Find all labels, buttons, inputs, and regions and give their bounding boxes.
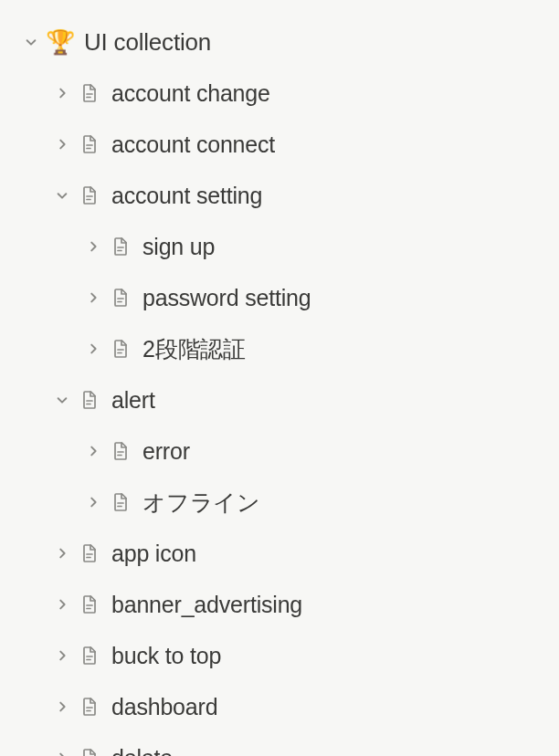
page-icon bbox=[77, 387, 102, 413]
tree-item[interactable]: 2段階認証 bbox=[0, 323, 559, 374]
chevron-right-icon[interactable] bbox=[84, 237, 102, 256]
tree-item[interactable]: account change bbox=[0, 68, 559, 119]
trophy-icon: 🏆 bbox=[46, 30, 75, 54]
tree-item-label: dashboard bbox=[111, 694, 217, 720]
page-tree: 🏆 UI collection account changeaccount co… bbox=[0, 0, 559, 756]
chevron-right-icon[interactable] bbox=[84, 493, 102, 511]
tree-item-label: buck to top bbox=[111, 643, 221, 669]
page-icon bbox=[108, 285, 133, 310]
tree-item[interactable]: account setting bbox=[0, 170, 559, 221]
chevron-right-icon[interactable] bbox=[53, 749, 71, 756]
chevron-down-icon[interactable] bbox=[53, 391, 71, 409]
chevron-right-icon[interactable] bbox=[53, 646, 71, 665]
tree-item[interactable]: error bbox=[0, 425, 559, 477]
page-icon bbox=[77, 541, 102, 566]
page-icon bbox=[77, 592, 102, 617]
tree-item[interactable]: buck to top bbox=[0, 630, 559, 681]
page-icon bbox=[77, 694, 102, 719]
tree-item[interactable]: app icon bbox=[0, 528, 559, 579]
tree-item[interactable]: password setting bbox=[0, 272, 559, 323]
tree-item[interactable]: banner_advertising bbox=[0, 579, 559, 630]
chevron-right-icon[interactable] bbox=[84, 289, 102, 307]
page-icon bbox=[108, 438, 133, 464]
page-icon bbox=[77, 643, 102, 668]
tree-item-label: password setting bbox=[142, 285, 311, 311]
tree-item[interactable]: account connect bbox=[0, 119, 559, 170]
tree-item-label: sign up bbox=[142, 234, 215, 260]
page-icon bbox=[108, 234, 133, 259]
tree-item[interactable]: オフライン bbox=[0, 477, 559, 528]
chevron-right-icon[interactable] bbox=[84, 442, 102, 460]
tree-item-label: app icon bbox=[111, 541, 196, 567]
chevron-down-icon[interactable] bbox=[53, 186, 71, 205]
tree-item-label: account change bbox=[111, 80, 270, 107]
chevron-right-icon[interactable] bbox=[53, 135, 71, 153]
page-icon bbox=[77, 745, 102, 756]
chevron-right-icon[interactable] bbox=[53, 698, 71, 716]
tree-item[interactable]: dashboard bbox=[0, 681, 559, 732]
chevron-right-icon[interactable] bbox=[53, 84, 71, 102]
chevron-down-icon[interactable] bbox=[22, 33, 40, 51]
tree-item-root[interactable]: 🏆 UI collection bbox=[0, 16, 559, 68]
tree-item-label: account setting bbox=[111, 183, 262, 209]
tree-item[interactable]: delete bbox=[0, 732, 559, 756]
chevron-right-icon[interactable] bbox=[53, 544, 71, 562]
page-icon bbox=[108, 336, 133, 362]
chevron-right-icon[interactable] bbox=[53, 595, 71, 614]
page-icon bbox=[108, 489, 133, 515]
tree-item-label: alert bbox=[111, 387, 155, 414]
chevron-right-icon[interactable] bbox=[84, 340, 102, 358]
page-icon bbox=[77, 131, 102, 157]
tree-item-label: UI collection bbox=[84, 28, 211, 57]
tree-item-label: error bbox=[142, 438, 190, 465]
tree-item[interactable]: sign up bbox=[0, 221, 559, 272]
page-icon bbox=[77, 183, 102, 208]
tree-item[interactable]: alert bbox=[0, 374, 559, 425]
tree-item-label: banner_advertising bbox=[111, 592, 302, 618]
page-icon bbox=[77, 80, 102, 106]
tree-item-label: オフライン bbox=[142, 488, 260, 518]
tree-item-label: 2段階認証 bbox=[142, 334, 246, 364]
tree-item-label: delete bbox=[111, 745, 173, 757]
tree-item-label: account connect bbox=[111, 131, 275, 158]
tree-children: account changeaccount connectaccount set… bbox=[0, 68, 559, 756]
